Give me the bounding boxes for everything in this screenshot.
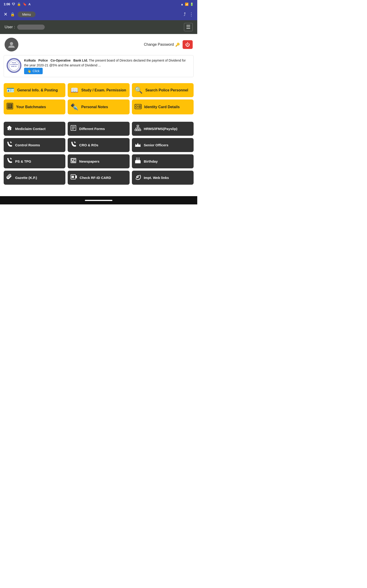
control-rooms-label: Control Rooms <box>15 143 40 147</box>
search-police-button[interactable]: 🔍 Search Police Personnel <box>132 83 194 97</box>
user-bar: User : ☰ <box>0 20 197 34</box>
newspaper-icon <box>70 157 76 165</box>
svg-rect-43 <box>139 159 140 160</box>
mediclaim-label: Mediclaim Contact <box>15 127 46 131</box>
general-info-label: General Info. & Posting <box>17 88 58 92</box>
senior-officers-label: Senior Officers <box>144 143 169 147</box>
control-rooms-button[interactable]: Control Rooms <box>4 138 65 152</box>
status-bar: 1:06 🛡 🔒 🔖 A ▲ 📶 🔋 <box>0 0 197 8</box>
menu-title: Menu <box>18 11 35 17</box>
more-options-icon[interactable]: ⋮ <box>189 11 194 17</box>
identity-icon <box>135 103 142 111</box>
dark-buttons-grid: Mediclaim Contact Different Forms <box>0 120 197 187</box>
svg-rect-26 <box>137 129 139 131</box>
svg-text:POLICE: POLICE <box>12 62 16 63</box>
svg-text:CO-OPERATIVE: CO-OPERATIVE <box>10 64 18 65</box>
ps-tpg-label: PS & TPG <box>15 159 31 163</box>
different-forms-label: Different Forms <box>79 127 105 131</box>
gazette-button[interactable]: Gazette (K.P.) <box>4 171 65 185</box>
impt-weblinks-label: Impt. Web links <box>144 176 169 180</box>
mediclaim-button[interactable]: Mediclaim Contact <box>4 122 65 136</box>
svg-rect-27 <box>139 129 141 131</box>
svg-rect-42 <box>137 159 138 160</box>
power-button[interactable]: ⏻ <box>183 40 193 49</box>
news-logo: POLICE CO-OPERATIVE BANK LTD. <box>7 58 21 73</box>
cro-phone-icon <box>70 141 76 149</box>
svg-text:BANK LTD.: BANK LTD. <box>11 66 17 67</box>
cro-ros-button[interactable]: CRO & ROs <box>68 138 129 152</box>
svg-rect-40 <box>135 160 141 163</box>
personal-notes-label: Personal Notes <box>81 105 108 109</box>
gazette-label: Gazette (K.P.) <box>15 176 37 180</box>
change-password-label: Change Password <box>144 43 174 47</box>
svg-rect-35 <box>72 159 74 161</box>
newspapers-button[interactable]: Newspapers <box>68 154 129 168</box>
link-icon <box>135 174 141 182</box>
wifi-icon: ▲ <box>181 2 184 6</box>
shield-icon: 🛡 <box>12 2 15 6</box>
ps-phone-icon <box>6 157 12 165</box>
user-label-text: User : <box>5 25 15 29</box>
check-rfid-button[interactable]: Check RF-ID CARD <box>68 171 129 185</box>
paperclip-icon <box>6 174 12 182</box>
share-icon[interactable]: ⤴ <box>184 12 186 17</box>
cro-ros-label: CRO & ROs <box>79 143 98 147</box>
hrms-label: HRMS/IFMS(Payslip) <box>144 127 177 131</box>
news-banner: POLICE CO-OPERATIVE BANK LTD. Kolkata Po… <box>4 55 194 77</box>
profile-row: Change Password 🔑 ⏻ <box>0 34 197 55</box>
general-info-button[interactable]: 🪪 General Info. & Posting <box>4 83 65 97</box>
svg-rect-41 <box>136 159 137 160</box>
search-icon: 🔍 <box>135 86 143 94</box>
forms-icon <box>70 125 76 132</box>
org-chart-icon <box>135 125 141 132</box>
birthday-button[interactable]: Birthday <box>132 154 194 168</box>
pen-icon: ✒️ <box>70 103 78 111</box>
home-icon <box>6 125 12 132</box>
svg-point-49 <box>139 157 140 158</box>
svg-rect-24 <box>137 125 139 127</box>
identity-card-button[interactable]: Identity Card Details <box>132 99 194 114</box>
battery-icon: 🔋 <box>190 2 194 6</box>
svg-point-15 <box>136 106 138 107</box>
book-icon: 📖 <box>70 86 78 94</box>
power-icon: ⏻ <box>185 42 190 47</box>
close-icon[interactable]: ✕ <box>4 11 8 17</box>
birthday-icon <box>135 157 141 165</box>
search-police-label: Search Police Personnel <box>145 88 188 92</box>
yellow-buttons-grid: 🪪 General Info. & Posting 📖 Study / Exam… <box>0 81 197 117</box>
lock-icon: 🔒 <box>17 2 21 6</box>
study-exam-button[interactable]: 📖 Study / Exam. Permission <box>68 83 129 97</box>
your-batchmates-button[interactable]: Your Batchmates <box>4 99 65 114</box>
rfid-icon <box>70 174 77 182</box>
news-click-button[interactable]: 👆 Click <box>24 68 43 74</box>
different-forms-button[interactable]: Different Forms <box>68 122 129 136</box>
crown-icon <box>135 141 141 149</box>
font-icon: A <box>28 2 31 6</box>
signal-icon: 📶 <box>185 2 189 6</box>
impt-weblinks-button[interactable]: Impt. Web links <box>132 171 194 185</box>
ps-tpg-button[interactable]: PS & TPG <box>4 154 65 168</box>
lock-small-icon: 🔒 <box>10 12 15 17</box>
bookmark-icon: 🔖 <box>23 2 27 6</box>
study-exam-label: Study / Exam. Permission <box>81 88 126 92</box>
status-time: 1:06 <box>4 2 10 6</box>
batchmates-icon <box>6 103 13 111</box>
svg-point-1 <box>8 59 20 72</box>
hrms-button[interactable]: HRMS/IFMS(Payslip) <box>132 122 194 136</box>
check-rfid-label: Check RF-ID CARD <box>80 176 111 180</box>
hamburger-menu[interactable]: ☰ <box>184 23 193 31</box>
birthday-label: Birthday <box>144 159 158 163</box>
cursor-icon: 👆 <box>27 69 31 73</box>
svg-point-47 <box>136 157 137 158</box>
key-icon: 🔑 <box>175 43 180 47</box>
senior-officers-button[interactable]: Senior Officers <box>132 138 194 152</box>
change-password-button[interactable]: Change Password 🔑 <box>144 43 180 47</box>
user-name-pill <box>17 25 45 30</box>
bottom-home-indicator[interactable] <box>85 200 112 201</box>
svg-point-48 <box>137 157 138 158</box>
newspapers-label: Newspapers <box>79 159 99 163</box>
identity-card-label: Identity Card Details <box>144 105 180 109</box>
personal-notes-button[interactable]: ✒️ Personal Notes <box>68 99 129 114</box>
your-batchmates-label: Your Batchmates <box>16 105 46 109</box>
phone-icon <box>6 141 12 149</box>
